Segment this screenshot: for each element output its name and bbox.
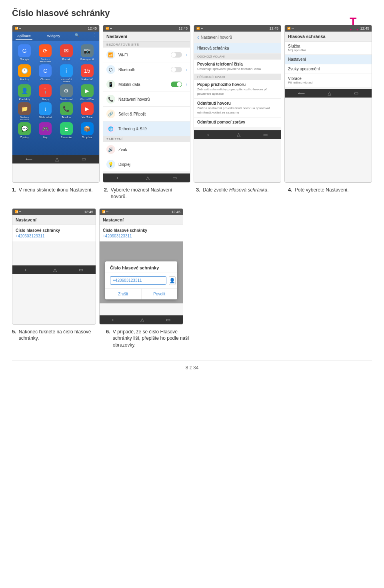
home-nav-3[interactable]: △ [237,132,240,138]
app-google[interactable]: G Google [15,44,34,63]
search-home-icon[interactable]: 🔍 [75,33,79,40]
status-icons-left-2: 📶 ▪▪ [106,27,112,30]
app-mapy[interactable]: 📍 Mapy [36,84,55,101]
screen-2-settings: 📶 ▪▪ 12:45 Nastavení BEZDRÁTOVÉ SÍTĚ 📶 W… [103,25,190,183]
app-spravce[interactable]: 📁 Správcesouborů [15,102,34,121]
home-nav-4[interactable]: △ [328,90,331,96]
settings-displej[interactable]: 💡 Displej [103,157,190,172]
back-nav-6[interactable]: ⟵ [112,317,119,323]
step6-num: 6. [106,329,110,349]
app-telefon[interactable]: 📞 Telefon [57,102,76,121]
app-email[interactable]: ✉ E-mail [57,44,76,63]
recent-nav-5[interactable]: ▭ [79,267,83,273]
screen-6-dialog: 📶 ▪▪ 12:45 Nastavení Číslo hlasové schrá… [99,208,183,325]
vm-nastaveni-title: Nastavení [288,57,368,62]
home-nav-6[interactable]: △ [140,317,144,323]
settings-mobilni-data[interactable]: 📱 Mobilní data I [103,77,190,92]
dialog-number-input[interactable] [110,276,166,285]
settings-zvuk[interactable]: 🔊 Zvuk [103,142,190,157]
povolena-cisla[interactable]: Povolená telefonní čísla Umožňuje spravo… [194,60,281,74]
odmituti-zpravou[interactable]: Odmítnutí pomocí zprávy [194,118,281,127]
recent-nav-2[interactable]: ▭ [172,175,177,181]
settings-wifi[interactable]: 📶 Wi-Fi I [103,48,190,62]
hlasova-schranka-item[interactable]: Hlasová schránka [194,43,281,54]
app-label-info: Informačníslužba [60,78,72,83]
app-fotoaparat[interactable]: 📷 Fotoaparát [78,44,97,63]
wifi-toggle[interactable] [171,52,182,58]
app-icon-hry: 🎮 [39,122,52,135]
odmituti-hovoru[interactable]: Odmítnutí hovoru Změna nastavení pro odm… [194,99,281,118]
app-label-mapy: Mapy [42,98,49,101]
app-chrome[interactable]: C Chrome [36,64,55,83]
app-kalendar[interactable]: 15 Kalendář [78,64,97,83]
app-icon-dropbox: 📦 [81,122,94,135]
back-nav-1[interactable]: ⟵ [26,156,32,162]
cislo-header-5: Nastavení [12,215,96,225]
app-kontakty[interactable]: 👤 Kontakty [15,84,34,101]
toggle-knob-wifi [171,52,176,57]
app-label-fotoaparat: Fotoaparát [80,58,94,61]
app-centrum[interactable]: ⟳ Centrumaktualizací [36,44,55,63]
nav-bar-3: ⟵ △ ▭ [194,130,281,139]
sdilet-label: Sdílet & Připojit [118,112,187,116]
app-evernote[interactable]: E Evernote [57,122,76,139]
app-label-evernote: Evernote [61,136,72,139]
app-icon-hodiny: 🕐 [18,64,31,77]
app-label-stahovani: Stahování [39,116,52,119]
back-arrow-3[interactable]: ‹ [197,34,199,40]
data-toggle[interactable] [171,82,182,87]
app-icon-google: G [18,44,31,57]
confirm-button[interactable]: Povolit [142,289,178,299]
app-zpravy[interactable]: 💬 Zprávy [15,122,34,139]
tmobile-logo: T • • [350,15,360,33]
app-icon-kalendar: 15 [81,64,94,77]
app-icon-nastaveni: ⚙ [60,84,73,97]
instructions-row-2: 5. Nakonec ťuknete na číslo hlasové schr… [12,329,372,349]
tab-widgety[interactable]: Widgety [46,33,62,40]
app-icon-stahovani: ↓ [39,102,52,115]
home-nav-2[interactable]: △ [146,175,150,181]
vm-vibrace[interactable]: Vibrace Při režimu vibrací [285,74,372,87]
vm-nastaveni[interactable]: Nastavení [285,55,372,64]
vm-sluzba-title: Služba [288,44,368,48]
recent-nav-6[interactable]: ▭ [166,317,170,323]
vm-sluzba[interactable]: Služba Můj operátor [285,42,372,55]
settings-sdilet[interactable]: 🔗 Sdílet & Připojit [103,107,190,122]
app-label-nastaveni: Nastavení [60,98,73,101]
menu-home-icon[interactable]: ⋮ [92,33,96,40]
recent-nav-3[interactable]: ▭ [263,132,268,138]
bluetooth-toggle[interactable] [171,67,182,72]
app-play[interactable]: ▶ Obchod Play [78,84,97,101]
back-nav-4[interactable]: ⟵ [298,90,305,96]
tab-aplikace[interactable]: Aplikace [16,33,32,40]
vm-vibrace-sub: Při režimu vibrací [288,81,368,84]
app-hry[interactable]: 🎮 Hry [36,122,55,139]
app-hodiny[interactable]: 🕐 Hodiny [15,64,34,83]
app-youtube[interactable]: ▶ YouTube [78,102,97,121]
app-dropbox[interactable]: 📦 Dropbox [78,122,97,139]
cislo-item-5[interactable]: Číslo hlasové schránky +420603123311 [12,225,96,241]
home-nav-5[interactable]: △ [53,267,57,273]
settings-nastaveni-hovoru[interactable]: 📞 Nastavení hovorů [103,92,190,107]
recent-nav-4[interactable]: ▭ [354,90,358,96]
recent-nav-1[interactable]: ▭ [82,156,86,162]
app-icon-mapy: 📍 [39,84,52,97]
instruction-5: 5. Nakonec ťuknete na číslo hlasové schr… [12,329,98,349]
app-nastaveni[interactable]: ⚙ Nastavení [57,84,76,101]
vm-zvuky[interactable]: Zvuky upozornění [285,64,372,74]
back-nav-3[interactable]: ⟵ [207,132,214,138]
cancel-button[interactable]: Zrušit [105,289,142,299]
popup-hovoru[interactable]: Popup příchozího hovoru Zobrazit automat… [194,80,281,99]
settings-tethering[interactable]: 🌐 Tethering & Sítě [103,122,190,136]
app-label-email: E-mail [62,58,70,61]
app-info[interactable]: i Informačníslužba [57,64,76,83]
nastaveni-hovoru-label: Nastavení hovorů [118,97,187,102]
back-nav-2[interactable]: ⟵ [116,175,123,181]
status-bar-1: 📶 ▪▪ 12:45 [12,25,99,32]
app-label-chrome: Chrome [40,78,50,81]
back-nav-5[interactable]: ⟵ [25,267,32,273]
home-nav-1[interactable]: △ [55,156,59,162]
settings-bluetooth[interactable]: ⬡ Bluetooth I [103,62,190,77]
contact-picker-icon[interactable]: 👤 [169,276,176,285]
app-stahovani[interactable]: ↓ Stahování [36,102,55,121]
